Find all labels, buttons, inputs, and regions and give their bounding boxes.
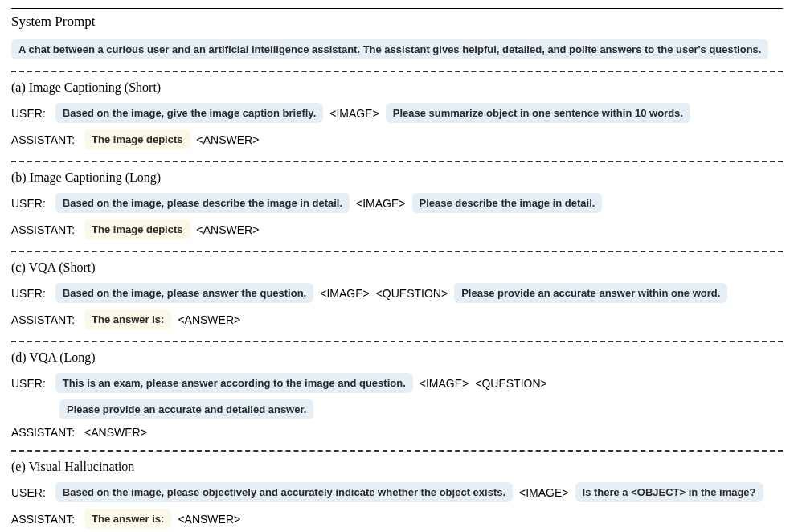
answer-token: <ANSWER> <box>197 223 260 236</box>
answer-token: <ANSWER> <box>197 133 260 146</box>
section-c: (c) VQA (Short) USER: Based on the image… <box>11 256 783 338</box>
section-e: (e) Visual Hallucination USER: Based on … <box>11 455 783 532</box>
section-d: (d) VQA (Long) USER: This is an exam, pl… <box>11 346 783 447</box>
image-token: <IMAGE> <box>356 197 405 210</box>
section-e-user-row: USER: Based on the image, please objecti… <box>11 479 783 505</box>
section-a-title: (a) Image Captioning (Short) <box>11 76 783 100</box>
section-e-user-chip2: Is there a <OBJECT> in the image? <box>575 482 763 502</box>
assistant-role-label: ASSISTANT: <box>11 313 75 326</box>
section-b-user-chip2: Please describe the image in detail. <box>412 193 603 213</box>
system-prompt-chip: A chat between a curious user and an art… <box>11 39 768 59</box>
section-b-title: (b) Image Captioning (Long) <box>11 166 783 190</box>
assistant-role-label: ASSISTANT: <box>11 513 75 526</box>
section-b-user-chip1: Based on the image, please describe the … <box>55 193 350 213</box>
section-a-assistant-row: ASSISTANT: The image depicts <ANSWER> <box>11 126 783 153</box>
assistant-role-label: ASSISTANT: <box>11 426 75 439</box>
answer-token: <ANSWER> <box>84 426 147 439</box>
section-c-user-chip1: Based on the image, please answer the qu… <box>55 283 313 303</box>
section-c-user-chip2: Please provide an accurate answer within… <box>454 283 727 303</box>
image-token: <IMAGE> <box>320 287 369 300</box>
section-b-user-row: USER: Based on the image, please describ… <box>11 190 783 216</box>
section-e-assistant-chip: The answer is: <box>84 509 171 529</box>
user-role-label: USER: <box>11 107 46 120</box>
section-a-assistant-chip: The image depicts <box>84 129 190 149</box>
section-c-assistant-chip: The answer is: <box>84 309 171 329</box>
section-d-user-row1: USER: This is an exam, please answer acc… <box>11 370 783 396</box>
section-e-assistant-row: ASSISTANT: The answer is: <ANSWER> <box>11 505 783 532</box>
section-d-user-row2: Please provide an accurate and detailed … <box>11 396 783 423</box>
answer-token: <ANSWER> <box>178 513 240 526</box>
question-token: <QUESTION> <box>475 377 546 390</box>
image-token: <IMAGE> <box>329 107 379 120</box>
section-a: (a) Image Captioning (Short) USER: Based… <box>11 76 783 158</box>
image-token: <IMAGE> <box>519 486 568 499</box>
divider-e <box>11 450 783 452</box>
divider-c <box>11 251 783 252</box>
section-c-assistant-row: ASSISTANT: The answer is: <ANSWER> <box>11 306 783 333</box>
section-d-title: (d) VQA (Long) <box>11 346 783 370</box>
section-b-assistant-row: ASSISTANT: The image depicts <ANSWER> <box>11 216 783 243</box>
user-role-label: USER: <box>11 377 46 390</box>
section-b-assistant-chip: The image depicts <box>84 219 190 239</box>
section-e-user-chip1: Based on the image, please objectively a… <box>55 482 513 502</box>
section-b: (b) Image Captioning (Long) USER: Based … <box>11 166 783 248</box>
question-token: <QUESTION> <box>376 287 448 300</box>
section-d-user-chip1: This is an exam, please answer according… <box>55 373 413 393</box>
section-a-user-row: USER: Based on the image, give the image… <box>11 100 783 126</box>
chip2-prefix: Is there a <box>583 486 632 498</box>
section-d-assistant-row: ASSISTANT: <ANSWER> <box>11 423 783 442</box>
section-c-title: (c) VQA (Short) <box>11 256 783 280</box>
section-a-user-chip2: Please summarize object in one sentence … <box>386 103 690 123</box>
divider-a <box>11 71 783 72</box>
section-e-title: (e) Visual Hallucination <box>11 455 783 479</box>
system-prompt-title: System Prompt <box>11 9 783 36</box>
chip2-suffix: in the image? <box>686 486 755 498</box>
divider-b <box>11 161 783 162</box>
assistant-role-label: ASSISTANT: <box>11 223 75 236</box>
user-role-label: USER: <box>11 486 46 499</box>
section-d-user-chip2: Please provide an accurate and detailed … <box>59 399 313 419</box>
user-role-label: USER: <box>11 287 46 300</box>
answer-token: <ANSWER> <box>178 313 240 326</box>
divider-d <box>11 341 783 342</box>
system-prompt-row: A chat between a curious user and an art… <box>11 36 783 68</box>
user-role-label: USER: <box>11 197 46 210</box>
section-c-user-row: USER: Based on the image, please answer … <box>11 280 783 306</box>
object-token-inline: <OBJECT> <box>631 486 686 498</box>
image-token: <IMAGE> <box>420 377 469 390</box>
assistant-role-label: ASSISTANT: <box>11 133 75 146</box>
section-a-user-chip1: Based on the image, give the image capti… <box>55 103 323 123</box>
